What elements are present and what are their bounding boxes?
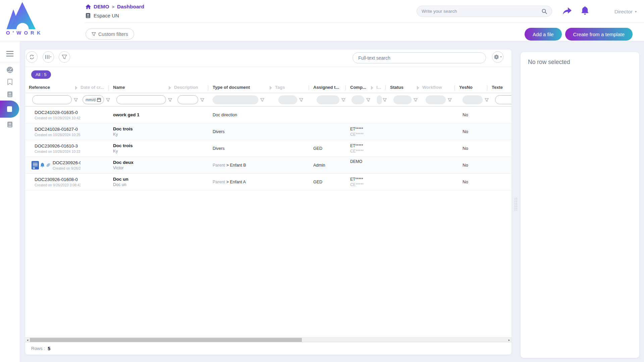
filter-cell-description <box>174 95 213 104</box>
home-icon[interactable] <box>86 4 91 9</box>
fulltext-search-input[interactable] <box>353 52 486 63</box>
description-filter-input[interactable] <box>177 95 198 104</box>
custom-filters-button[interactable]: Custom filters <box>86 28 134 40</box>
texte-filter-input[interactable] <box>495 95 512 104</box>
user-role-menu[interactable]: Director ▾ <box>614 9 637 15</box>
document-created: Created on 10/28/2024 10:22:16 PM <box>35 149 80 154</box>
column-header-type[interactable]: Type of document <box>213 85 275 90</box>
sidebar-item-ged-active[interactable] <box>0 101 19 118</box>
refresh-button[interactable] <box>26 51 38 63</box>
funnel-icon[interactable] <box>383 98 387 102</box>
document-type: > Enfant A <box>226 180 246 184</box>
filter-button[interactable] <box>59 51 70 63</box>
assigned-to: GED <box>313 146 350 151</box>
column-header-texte[interactable]: Texte <box>492 85 512 90</box>
company-sub: CE***** <box>350 149 376 154</box>
yesno-value: No <box>459 179 492 184</box>
document-reference: DOC230926-01609-0 <box>53 160 80 165</box>
breadcrumb-current[interactable]: Dashboard <box>117 4 144 10</box>
breadcrumb: DEMO > Dashboard Espace UN <box>86 4 144 18</box>
document-type: Divers <box>213 146 224 151</box>
sidebar-item-dashboard[interactable] <box>0 64 20 76</box>
scroll-left-arrow-icon[interactable]: ◄ <box>25 338 30 342</box>
horizontal-scrollbar[interactable]: ◄ ► <box>25 337 512 342</box>
scroll-right-arrow-icon[interactable]: ► <box>507 338 512 342</box>
header-divider <box>85 22 644 23</box>
funnel-icon[interactable] <box>299 98 303 102</box>
funnel-icon[interactable] <box>341 98 345 102</box>
rows-label: Rows : <box>31 346 45 351</box>
name-filter-input[interactable] <box>116 95 166 104</box>
document-reference: DOC230926-01608-0 <box>35 177 80 182</box>
document-created: Created on 10/28/2024 10:25:07 PM <box>35 133 80 137</box>
table-row[interactable]: DOC241028-01627-0 Created on 10/28/2024 … <box>25 123 512 140</box>
column-header-i[interactable]: I... <box>376 85 390 90</box>
tab-all-badge[interactable]: All : 5 <box>31 70 51 79</box>
app-logo[interactable]: O'WORK <box>5 2 75 36</box>
funnel-icon[interactable] <box>74 98 78 102</box>
table-row[interactable]: DOC230926-01609-0 Created on 9/26/2023 3… <box>25 157 512 174</box>
sidebar-item-bookmarks[interactable] <box>0 76 20 88</box>
menu-burger-icon[interactable] <box>6 51 14 57</box>
search-icon[interactable] <box>542 9 547 14</box>
table-settings-button[interactable]: ▾ <box>492 51 503 63</box>
columns-icon <box>45 55 52 59</box>
columns-button[interactable] <box>43 51 54 63</box>
assigned-to: GED <box>313 180 350 184</box>
funnel-icon[interactable] <box>366 98 370 102</box>
table-row[interactable]: DOC241028-01635-0 Created on 10/28/2024 … <box>25 107 512 123</box>
column-header-workflow[interactable]: Workflow <box>422 85 459 90</box>
gear-icon <box>494 54 499 60</box>
assigned-filter-disabled <box>317 96 339 104</box>
yesno-value: No <box>459 163 492 168</box>
create-template-button[interactable]: Create from a template <box>565 28 633 41</box>
funnel-icon[interactable] <box>168 98 172 102</box>
table-row[interactable]: DOC230926-01610-3 Created on 10/28/2024 … <box>25 140 512 157</box>
filter-cell-tags <box>275 96 313 104</box>
global-search <box>417 6 552 17</box>
status-filter-disabled <box>393 96 412 104</box>
company-main: ET***** <box>350 127 376 131</box>
company-sub: CE***** <box>350 132 376 137</box>
add-file-button[interactable]: Add a file <box>525 28 562 41</box>
funnel-icon[interactable] <box>200 98 204 102</box>
breadcrumb-root[interactable]: DEMO <box>94 4 109 10</box>
filter-tabs-row: All : 5 <box>25 67 512 82</box>
chevron-down-icon: ▾ <box>500 56 501 58</box>
document-created: Created on 9/26/2023 3:08:43 AM <box>35 183 80 187</box>
panel-resize-handle[interactable] <box>514 197 518 211</box>
detail-side-panel: No row selected <box>521 52 639 358</box>
left-sidebar <box>0 41 20 362</box>
filter-cell-i <box>376 96 390 104</box>
column-header-description[interactable]: Description <box>174 85 213 90</box>
sidebar-item-documents[interactable] <box>0 88 20 100</box>
column-header-reference[interactable]: Reference <box>29 85 80 90</box>
table-row[interactable]: DOC230926-01608-0 Created on 9/26/2023 3… <box>25 174 512 190</box>
column-header-name[interactable]: Name <box>113 85 174 90</box>
mountain-logo-icon <box>5 2 36 29</box>
column-header-assigned[interactable]: Assigned t... <box>313 85 350 90</box>
funnel-icon[interactable] <box>414 98 418 102</box>
document-reference: DOC230926-01610-3 <box>35 143 80 148</box>
funnel-icon[interactable] <box>448 98 452 102</box>
document-name: Doc deux <box>113 160 174 165</box>
scrollbar-thumb[interactable] <box>30 338 302 342</box>
yesno-value: No <box>459 146 492 151</box>
sidebar-item-archive[interactable] <box>0 118 20 130</box>
reference-filter-input[interactable] <box>32 95 72 104</box>
filter-cell-status <box>390 96 422 104</box>
user-role-label: Director <box>614 9 633 15</box>
date-filter-input[interactable]: mm/d <box>83 95 104 104</box>
global-search-input[interactable] <box>422 9 542 14</box>
share-icon[interactable] <box>563 7 572 15</box>
filter-cell-texte <box>492 95 512 104</box>
funnel-icon[interactable] <box>106 98 110 102</box>
notifications-bell-icon[interactable] <box>581 6 589 15</box>
documents-table-card: ▾ All : 5 Reference Date of cr... Name D… <box>25 50 512 355</box>
calendar-icon[interactable] <box>97 98 101 102</box>
column-header-tags[interactable]: Tags <box>275 85 313 90</box>
table-empty-space <box>25 190 512 337</box>
funnel-icon[interactable] <box>260 98 264 102</box>
filter-cell-assigned <box>313 96 350 104</box>
funnel-icon[interactable] <box>485 98 489 102</box>
